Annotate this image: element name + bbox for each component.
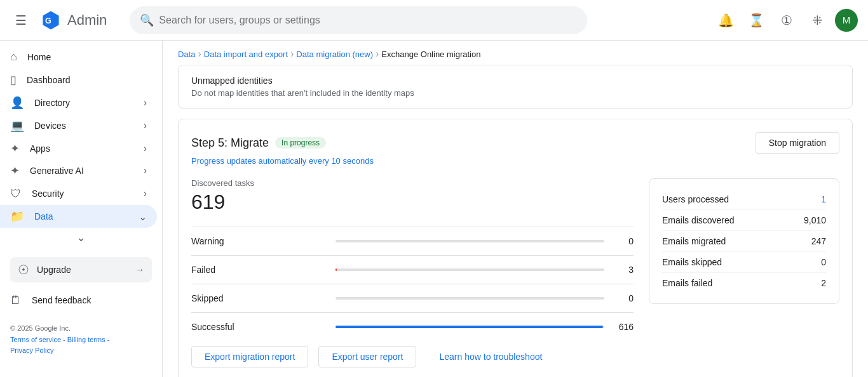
export-user-report-button[interactable]: Export user report: [318, 346, 416, 367]
task-value-skipped: 0: [614, 293, 634, 303]
breadcrumb: Data › Data import and export › Data mig…: [163, 41, 868, 65]
notifications-icon[interactable]: 🔔: [713, 8, 738, 33]
app-title: Admin: [67, 12, 107, 29]
sidebar-item-label: Apps: [30, 143, 50, 154]
page-content: Unmapped identities Do not map identitie…: [163, 65, 868, 377]
task-value-warning: 0: [614, 236, 634, 246]
chevron-down-icon: ⌄: [139, 211, 147, 223]
home-icon: ⌂: [10, 50, 17, 63]
breadcrumb-chevron-2: ›: [290, 48, 294, 60]
feedback-label: Send feedback: [32, 295, 91, 305]
task-label-warning: Warning: [191, 236, 325, 246]
chevron-right-icon: ›: [144, 165, 147, 176]
learn-troubleshoot-link[interactable]: Learn how to troubleshoot: [426, 346, 555, 367]
stat-value-migrated: 247: [811, 236, 826, 246]
sidebar-item-directory[interactable]: 👤 Directory ›: [0, 91, 157, 114]
task-bar-warning: [336, 240, 604, 242]
task-bar-failed: [336, 268, 604, 271]
avatar[interactable]: M: [835, 9, 858, 32]
breadcrumb-chevron-3: ›: [376, 48, 379, 60]
breadcrumb-current: Exchange Online migration: [381, 50, 480, 59]
google-logo-icon: G: [39, 9, 62, 32]
task-label-failed: Failed: [191, 265, 325, 275]
stat-value-emails-skipped: 0: [821, 257, 826, 267]
stat-value-users: 1: [821, 194, 826, 204]
sidebar-item-devices[interactable]: 💻 Devices ›: [0, 114, 157, 137]
breadcrumb-data[interactable]: Data: [178, 50, 195, 59]
stats-right-panel: Users processed 1 Emails discovered 9,01…: [649, 178, 839, 304]
help-icon[interactable]: ①: [774, 8, 799, 33]
task-row-warning: Warning 0: [191, 227, 634, 255]
send-feedback-item[interactable]: 🗒 Send feedback: [0, 288, 162, 313]
topbar-actions: 🔔 ⌛ ① ⁜ M: [713, 8, 858, 33]
sidebar-item-label: Data: [34, 211, 53, 222]
billing-link[interactable]: Billing terms: [67, 336, 105, 343]
stat-emails-failed: Emails failed 2: [662, 273, 826, 293]
stat-label-emails-failed: Emails failed: [662, 278, 712, 288]
sidebar-item-label: Dashboard: [27, 75, 71, 85]
terms-link[interactable]: Terms of service: [10, 336, 61, 343]
sidebar-item-label: Directory: [34, 98, 70, 108]
stat-label-discovered: Emails discovered: [662, 215, 735, 225]
task-row-failed: Failed 3: [191, 255, 634, 284]
apps-grid-icon[interactable]: ⁜: [804, 8, 830, 33]
chevron-right-icon: ›: [144, 120, 147, 131]
task-row-skipped: Skipped 0: [191, 284, 634, 312]
sidebar-item-label: Security: [32, 189, 64, 199]
breadcrumb-import-export[interactable]: Data import and export: [204, 50, 288, 59]
task-bar-successful: [336, 326, 604, 328]
breadcrumb-migration-new[interactable]: Data migration (new): [296, 50, 373, 59]
unmapped-title: Unmapped identities: [191, 76, 839, 86]
task-value-successful: 616: [614, 322, 634, 332]
sidebar-item-label: Home: [27, 52, 51, 62]
sidebar-item-security[interactable]: 🛡 Security ›: [0, 182, 157, 205]
step-title-row: Step 5: Migrate In progress: [191, 136, 326, 150]
discovered-value: 619: [191, 190, 634, 214]
copyright-text: © 2025 Google Inc.: [10, 324, 71, 332]
step-title: Step 5: Migrate: [191, 136, 269, 150]
logo[interactable]: G Admin: [39, 9, 107, 32]
stat-label-emails-skipped: Emails skipped: [662, 257, 722, 267]
sidebar-bottom: ☉ Upgrade → 🗒 Send feedback © 2025 Googl…: [0, 247, 162, 372]
step-status-badge: In progress: [275, 137, 326, 149]
menu-icon[interactable]: ☰: [10, 8, 32, 33]
chevron-right-icon: ›: [144, 143, 147, 154]
sidebar: ⌂ Home ▯ Dashboard 👤 Directory › 💻 Devic…: [0, 41, 163, 377]
step-section: Step 5: Migrate In progress Stop migrati…: [178, 119, 853, 377]
action-buttons: Export migration report Export user repo…: [191, 341, 839, 367]
privacy-link[interactable]: Privacy Policy: [10, 347, 53, 354]
stat-emails-migrated: Emails migrated 247: [662, 231, 826, 252]
stat-label-users: Users processed: [662, 194, 729, 204]
sidebar-item-data[interactable]: 📁 Data ⌄: [0, 205, 157, 228]
discovered-tasks: Discovered tasks 619: [191, 178, 634, 214]
discovered-label: Discovered tasks: [191, 178, 634, 188]
directory-icon: 👤: [10, 96, 24, 110]
upgrade-icon: ☉: [18, 262, 29, 277]
stats-left: Discovered tasks 619 Warning 0: [191, 178, 634, 341]
data-icon: 📁: [10, 209, 24, 223]
search-bar[interactable]: 🔍: [130, 6, 587, 34]
stat-value-discovered: 9,010: [804, 215, 826, 225]
upgrade-section[interactable]: ☉ Upgrade →: [10, 257, 152, 282]
sidebar-item-generative-ai[interactable]: ✦ Generative AI ›: [0, 160, 157, 183]
export-migration-report-button[interactable]: Export migration report: [191, 346, 308, 367]
unmapped-description: Do not map identities that aren't includ…: [191, 88, 839, 98]
chevron-right-icon: ›: [144, 97, 147, 109]
stat-label-migrated: Emails migrated: [662, 236, 726, 246]
task-bar-fill-failed: [336, 268, 337, 271]
sidebar-item-apps[interactable]: ✦ Apps ›: [0, 137, 157, 160]
stop-migration-button[interactable]: Stop migration: [756, 132, 839, 154]
step-header: Step 5: Migrate In progress Stop migrati…: [191, 132, 839, 154]
feedback-icon: 🗒: [10, 294, 22, 307]
upgrade-label: Upgrade: [37, 265, 71, 275]
sidebar-item-dashboard[interactable]: ▯ Dashboard: [0, 69, 157, 91]
task-value-failed: 3: [614, 265, 634, 275]
timer-icon[interactable]: ⌛: [743, 8, 769, 33]
search-input[interactable]: [159, 15, 577, 26]
topbar: ☰ G Admin 🔍 🔔 ⌛ ① ⁜ M: [0, 0, 868, 41]
collapse-icon[interactable]: ⌄: [76, 230, 86, 244]
sidebar-item-label: Generative AI: [30, 166, 84, 176]
sidebar-item-home[interactable]: ⌂ Home: [0, 46, 157, 69]
breadcrumb-chevron-1: ›: [198, 48, 201, 60]
chevron-right-icon: ›: [144, 188, 147, 199]
